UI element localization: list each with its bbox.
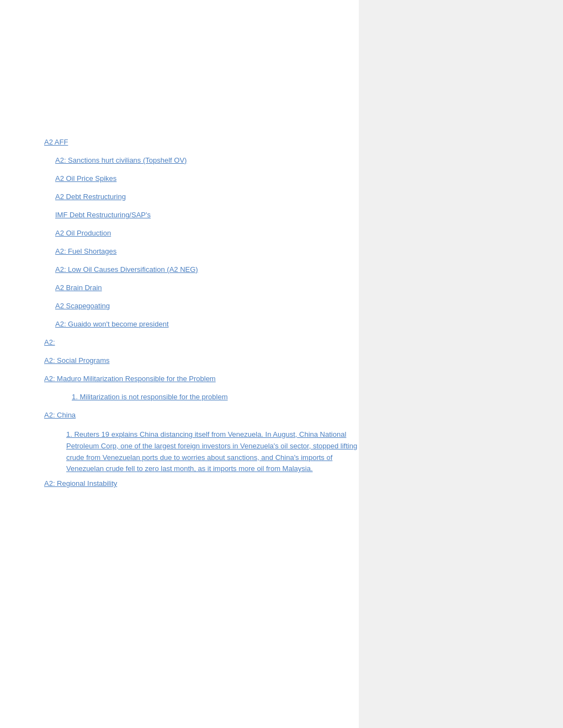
nav-item-a2-oil-production: A2 Oil Production (44, 229, 359, 237)
nav-item-a2-militarization: A2: Maduro Militarization Responsible fo… (44, 374, 359, 383)
nav-item-imf-debt: IMF Debt Restructuring/SAP's (44, 211, 359, 219)
nav-item-china-sub1: 1. Reuters 19 explains China distancing … (44, 429, 359, 475)
a2-social-link[interactable]: A2: Social Programs (44, 356, 110, 365)
a2-militarization-link[interactable]: A2: Maduro Militarization Responsible fo… (44, 374, 216, 383)
nav-item-a2-regional: A2: Regional Instability (44, 479, 359, 488)
a2-guaido-link[interactable]: A2: Guaido won't become president (55, 320, 169, 328)
nav-item-a2-china: A2: China (44, 411, 359, 419)
main-content: A2 AFF A2: Sanctions hurt civilians (Top… (0, 0, 359, 728)
nav-item-a2-fuel: A2: Fuel Shortages (44, 247, 359, 255)
page-layout: A2 AFF A2: Sanctions hurt civilians (Top… (0, 0, 563, 728)
a2-sanctions-link[interactable]: A2: Sanctions hurt civilians (Topshelf O… (55, 156, 187, 164)
right-panel (359, 0, 563, 728)
a2-low-oil-link[interactable]: A2: Low Oil Causes Diversification (A2 N… (55, 265, 198, 274)
nav-item-a2-scapegoating: A2 Scapegoating (44, 302, 359, 310)
nav-item-militarization-sub1: 1. Militarization is not responsible for… (44, 393, 359, 401)
china-sub1-link[interactable]: 1. Reuters 19 explains China distancing … (66, 430, 357, 473)
a2-blank-link[interactable]: A2: (44, 338, 55, 346)
nav-item-a2-guaido: A2: Guaido won't become president (44, 320, 359, 328)
nav-item-a2-social: A2: Social Programs (44, 356, 359, 365)
nav-item-a2-debt: A2 Debt Restructuring (44, 192, 359, 201)
a2-debt-link[interactable]: A2 Debt Restructuring (55, 192, 126, 201)
militarization-sub1-link[interactable]: 1. Militarization is not responsible for… (72, 393, 228, 401)
a2-oil-production-link[interactable]: A2 Oil Production (55, 229, 111, 237)
nav-item-a2-sanctions: A2: Sanctions hurt civilians (Topshelf O… (44, 156, 359, 164)
nav-item-a2-low-oil: A2: Low Oil Causes Diversification (A2 N… (44, 265, 359, 274)
a2-fuel-link[interactable]: A2: Fuel Shortages (55, 247, 116, 255)
a2-regional-link[interactable]: A2: Regional Instability (44, 479, 117, 488)
nav-item-a2-brain-drain: A2 Brain Drain (44, 283, 359, 292)
a2-oil-price-link[interactable]: A2 Oil Price Spikes (55, 174, 116, 183)
nav-item-a2-blank: A2: (44, 338, 359, 346)
a2-brain-drain-link[interactable]: A2 Brain Drain (55, 283, 102, 292)
navigation-list: A2 AFF A2: Sanctions hurt civilians (Top… (44, 138, 359, 488)
a2-aff-link[interactable]: A2 AFF (44, 138, 68, 146)
imf-debt-link[interactable]: IMF Debt Restructuring/SAP's (55, 211, 151, 219)
a2-scapegoating-link[interactable]: A2 Scapegoating (55, 302, 110, 310)
nav-item-a2-aff: A2 AFF (44, 138, 359, 146)
nav-item-a2-oil-price: A2 Oil Price Spikes (44, 174, 359, 183)
a2-china-link[interactable]: A2: China (44, 411, 76, 419)
